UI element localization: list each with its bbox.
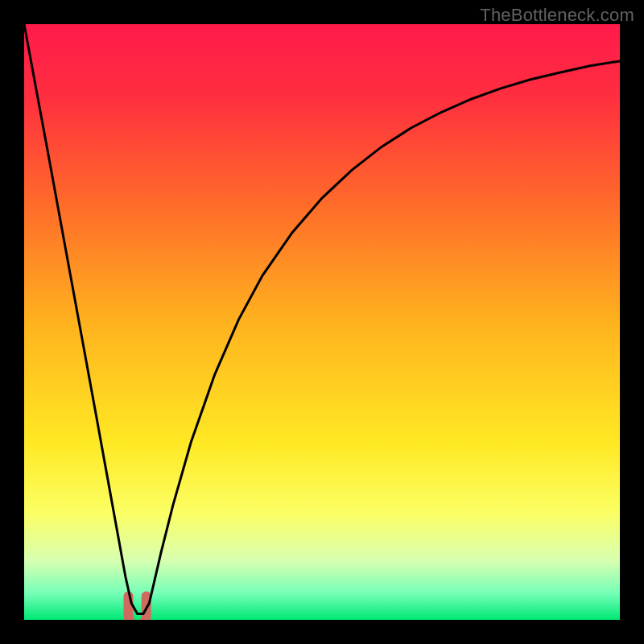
chart-svg — [24, 24, 620, 620]
chart-frame: TheBottleneck.com — [0, 0, 644, 644]
plot-area — [24, 24, 620, 620]
watermark-text: TheBottleneck.com — [480, 5, 634, 26]
gradient-background — [24, 24, 620, 620]
